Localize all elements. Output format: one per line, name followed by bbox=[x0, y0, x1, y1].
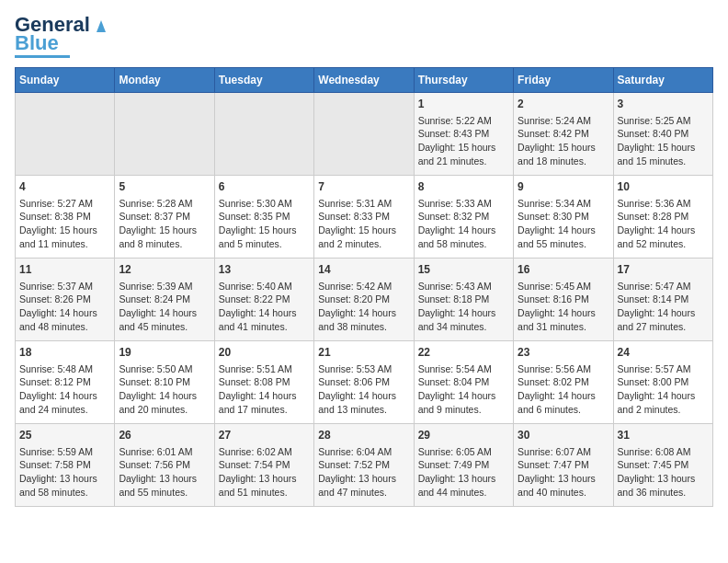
cell-text: Sunrise: 6:04 AM bbox=[318, 445, 409, 459]
cell-text: Sunrise: 5:47 AM bbox=[618, 280, 709, 293]
cell-text: Sunrise: 5:27 AM bbox=[19, 197, 110, 211]
day-of-week-header: Monday bbox=[115, 68, 214, 93]
cell-text: Sunset: 8:32 PM bbox=[418, 210, 509, 224]
cell-text: and 13 minutes. bbox=[318, 403, 409, 417]
cell-text: Sunrise: 5:24 AM bbox=[518, 114, 609, 128]
cell-text: and 58 minutes. bbox=[418, 237, 509, 251]
cell-text: and 17 minutes. bbox=[219, 403, 310, 417]
day-number: 23 bbox=[518, 345, 609, 361]
cell-text: Sunset: 8:38 PM bbox=[19, 210, 110, 224]
calendar-cell: 25Sunrise: 5:59 AMSunset: 7:58 PMDayligh… bbox=[16, 424, 115, 507]
day-number: 26 bbox=[119, 428, 210, 443]
calendar-cell: 20Sunrise: 5:51 AMSunset: 8:08 PMDayligh… bbox=[214, 341, 313, 424]
cell-text: Daylight: 13 hours bbox=[19, 472, 110, 486]
cell-text: and 40 minutes. bbox=[518, 486, 609, 500]
cell-text: Sunset: 8:10 PM bbox=[119, 375, 210, 389]
day-of-week-header: Tuesday bbox=[214, 68, 313, 93]
cell-text: and 51 minutes. bbox=[219, 486, 310, 500]
cell-text: Daylight: 15 hours bbox=[618, 141, 709, 155]
cell-text: Sunrise: 5:31 AM bbox=[318, 197, 409, 211]
cell-text: and 15 minutes. bbox=[618, 155, 709, 168]
cell-text: Daylight: 13 hours bbox=[119, 472, 210, 486]
cell-text: and 27 minutes. bbox=[618, 320, 709, 334]
cell-text: Sunrise: 5:43 AM bbox=[418, 280, 509, 293]
cell-text: Daylight: 13 hours bbox=[318, 472, 409, 486]
calendar-week-row: 11Sunrise: 5:37 AMSunset: 8:26 PMDayligh… bbox=[16, 259, 713, 341]
cell-text: Daylight: 14 hours bbox=[618, 224, 709, 237]
cell-text: and 47 minutes. bbox=[318, 486, 409, 500]
cell-text: Daylight: 14 hours bbox=[119, 306, 210, 320]
calendar-week-row: 18Sunrise: 5:48 AMSunset: 8:12 PMDayligh… bbox=[16, 341, 713, 424]
cell-text: Sunrise: 5:42 AM bbox=[318, 280, 409, 293]
calendar-table: SundayMondayTuesdayWednesdayThursdayFrid… bbox=[15, 67, 713, 507]
cell-text: Daylight: 14 hours bbox=[219, 389, 310, 403]
calendar-cell: 7Sunrise: 5:31 AMSunset: 8:33 PMDaylight… bbox=[314, 176, 414, 259]
calendar-cell: 22Sunrise: 5:54 AMSunset: 8:04 PMDayligh… bbox=[414, 341, 513, 424]
cell-text: and 2 minutes. bbox=[618, 403, 709, 417]
calendar-cell bbox=[16, 93, 115, 176]
cell-text: Sunrise: 6:01 AM bbox=[119, 445, 210, 459]
calendar-cell: 17Sunrise: 5:47 AMSunset: 8:14 PMDayligh… bbox=[613, 259, 712, 341]
day-number: 2 bbox=[518, 97, 609, 112]
calendar-week-row: 4Sunrise: 5:27 AMSunset: 8:38 PMDaylight… bbox=[16, 176, 713, 259]
cell-text: Sunset: 8:42 PM bbox=[518, 127, 609, 141]
calendar-cell: 29Sunrise: 6:05 AMSunset: 7:49 PMDayligh… bbox=[414, 424, 513, 507]
cell-text: Sunrise: 5:57 AM bbox=[618, 362, 709, 376]
day-number: 9 bbox=[518, 179, 609, 195]
day-number: 25 bbox=[19, 428, 110, 443]
cell-text: Sunrise: 5:50 AM bbox=[119, 362, 210, 376]
day-number: 31 bbox=[618, 428, 709, 443]
cell-text: Daylight: 13 hours bbox=[518, 472, 609, 486]
cell-text: Daylight: 15 hours bbox=[418, 141, 509, 155]
calendar-cell: 12Sunrise: 5:39 AMSunset: 8:24 PMDayligh… bbox=[115, 259, 214, 341]
cell-text: Sunset: 8:14 PM bbox=[618, 293, 709, 306]
day-number: 28 bbox=[318, 428, 409, 443]
cell-text: and 21 minutes. bbox=[418, 155, 509, 168]
cell-text: Sunrise: 5:33 AM bbox=[418, 197, 509, 211]
cell-text: Sunrise: 5:37 AM bbox=[19, 280, 110, 293]
calendar-cell: 26Sunrise: 6:01 AMSunset: 7:56 PMDayligh… bbox=[115, 424, 214, 507]
cell-text: Sunrise: 5:45 AM bbox=[518, 280, 609, 293]
cell-text: Daylight: 13 hours bbox=[618, 472, 709, 486]
day-of-week-header: Saturday bbox=[613, 68, 712, 93]
cell-text: Sunset: 8:20 PM bbox=[318, 293, 409, 306]
cell-text: Sunrise: 5:22 AM bbox=[418, 114, 509, 128]
cell-text: Daylight: 15 hours bbox=[119, 224, 210, 237]
cell-text: Daylight: 14 hours bbox=[318, 306, 409, 320]
cell-text: Daylight: 15 hours bbox=[19, 224, 110, 237]
cell-text: Sunrise: 5:56 AM bbox=[518, 362, 609, 376]
calendar-cell: 15Sunrise: 5:43 AMSunset: 8:18 PMDayligh… bbox=[414, 259, 513, 341]
cell-text: Sunset: 8:43 PM bbox=[418, 127, 509, 141]
calendar-cell: 1Sunrise: 5:22 AMSunset: 8:43 PMDaylight… bbox=[414, 93, 513, 176]
cell-text: and 9 minutes. bbox=[418, 403, 509, 417]
day-number: 15 bbox=[418, 262, 509, 278]
cell-text: Sunrise: 5:53 AM bbox=[318, 362, 409, 376]
day-number: 16 bbox=[518, 262, 609, 278]
day-number: 18 bbox=[19, 345, 110, 361]
cell-text: Sunset: 8:00 PM bbox=[618, 375, 709, 389]
cell-text: Sunset: 7:45 PM bbox=[618, 458, 709, 472]
cell-text: Sunset: 8:06 PM bbox=[318, 375, 409, 389]
cell-text: Sunrise: 6:07 AM bbox=[518, 445, 609, 459]
logo-blue: Blue bbox=[15, 33, 59, 53]
cell-text: and 18 minutes. bbox=[518, 155, 609, 168]
logo: General Blue bbox=[15, 15, 110, 58]
cell-text: Sunrise: 5:40 AM bbox=[219, 280, 310, 293]
cell-text: Sunrise: 6:05 AM bbox=[418, 445, 509, 459]
calendar-cell: 23Sunrise: 5:56 AMSunset: 8:02 PMDayligh… bbox=[514, 341, 613, 424]
day-number: 6 bbox=[219, 179, 310, 195]
day-number: 4 bbox=[19, 179, 110, 195]
cell-text: Daylight: 14 hours bbox=[119, 389, 210, 403]
cell-text: Sunset: 8:08 PM bbox=[219, 375, 310, 389]
cell-text: Sunrise: 6:08 AM bbox=[618, 445, 709, 459]
logo-underline bbox=[15, 55, 70, 58]
cell-text: Sunset: 8:16 PM bbox=[518, 293, 609, 306]
cell-text: and 44 minutes. bbox=[418, 486, 509, 500]
calendar-cell: 13Sunrise: 5:40 AMSunset: 8:22 PMDayligh… bbox=[214, 259, 313, 341]
cell-text: and 45 minutes. bbox=[119, 320, 210, 334]
cell-text: and 48 minutes. bbox=[19, 320, 110, 334]
cell-text: and 24 minutes. bbox=[19, 403, 110, 417]
cell-text: Sunset: 8:33 PM bbox=[318, 210, 409, 224]
calendar-week-row: 1Sunrise: 5:22 AMSunset: 8:43 PMDaylight… bbox=[16, 93, 713, 176]
calendar-cell: 16Sunrise: 5:45 AMSunset: 8:16 PMDayligh… bbox=[514, 259, 613, 341]
